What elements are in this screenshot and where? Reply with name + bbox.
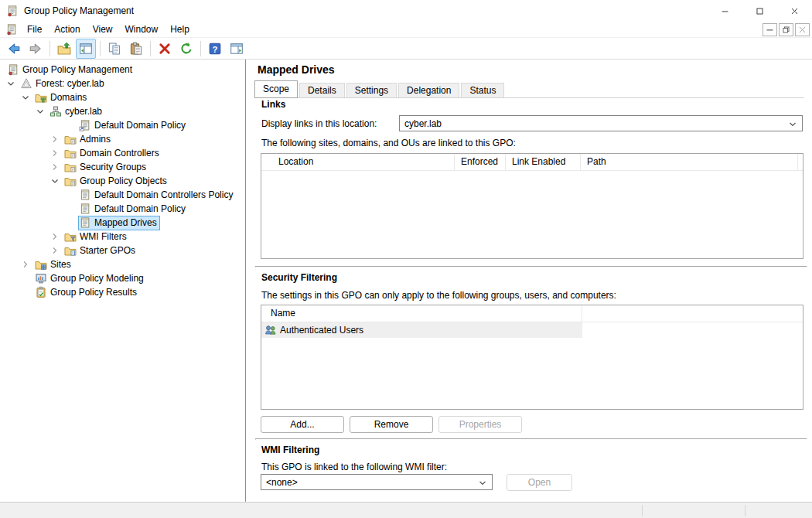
chevron-right-icon[interactable] (49, 147, 63, 159)
column-header-location[interactable]: Location (261, 154, 455, 170)
location-combobox[interactable]: cyber.lab (399, 115, 803, 131)
open-button[interactable]: Open (507, 474, 572, 491)
menu-item-action[interactable]: Action (48, 22, 86, 37)
menu-item-window[interactable]: Window (119, 22, 165, 37)
gpo-title: Mapped Drives (258, 63, 335, 76)
menu-item-view[interactable]: View (87, 22, 119, 37)
minimize-button[interactable] (708, 0, 742, 22)
tree-item-starter-gpos[interactable]: Starter GPOs (0, 244, 245, 257)
gpo-scroll-icon (79, 216, 91, 229)
tree-item-default-domain-policy[interactable]: Default Domain Policy (0, 202, 245, 216)
refresh-button[interactable] (176, 39, 196, 59)
show-console-tree-button[interactable] (76, 39, 96, 59)
status-bar-separator (642, 505, 643, 516)
chevron-right-icon[interactable] (49, 244, 63, 257)
tree-item-label: Admins (80, 134, 111, 145)
toolbar-separator (100, 41, 101, 56)
tree-item-domains[interactable]: Domains (0, 90, 245, 104)
tree-item-admins[interactable]: Admins (0, 132, 245, 146)
copy-button[interactable] (104, 39, 125, 59)
details-pane: Mapped Drives ScopeDetailsSettingsDelega… (249, 60, 812, 502)
up-one-level-button[interactable] (54, 39, 74, 59)
mdi-restore-button[interactable] (779, 23, 793, 36)
maximize-icon (756, 7, 764, 15)
add-button[interactable]: Add... (261, 416, 344, 433)
properties-button[interactable]: Properties (438, 416, 522, 433)
minimize-icon (766, 26, 774, 34)
refresh-icon (179, 42, 193, 56)
tree-item-default-domain-controllers-policy[interactable]: Default Domain Controllers Policy (0, 188, 245, 202)
title-bar: Group Policy Management (0, 0, 812, 22)
back-button[interactable] (4, 39, 24, 59)
delete-button[interactable] (155, 39, 175, 59)
tree-item-cyber-lab[interactable]: cyber.lab (0, 104, 245, 118)
tree-item-forest-cyber-lab[interactable]: Forest: cyber.lab (0, 77, 245, 90)
tab-status[interactable]: Status (461, 83, 504, 97)
tab-scope[interactable]: Scope (254, 80, 298, 98)
tree-item-group-policy-objects[interactable]: Group Policy Objects (0, 174, 245, 188)
close-icon (790, 7, 799, 15)
tree-item-domain-controllers[interactable]: Domain Controllers (0, 146, 245, 160)
links-table-intro: The following sites, domains, and OUs ar… (261, 138, 516, 148)
app-icon (6, 5, 19, 17)
tab-delegation[interactable]: Delegation (398, 83, 459, 97)
help-icon (208, 42, 222, 56)
chevron-down-icon[interactable] (49, 175, 63, 187)
column-header-name[interactable]: Name (261, 305, 582, 322)
security-filtering-table: Name Authenticated Users (261, 305, 803, 410)
gpmc-root-icon (7, 63, 19, 76)
tree-item-group-policy-management[interactable]: Group Policy Management (0, 63, 245, 77)
starter-folder-icon (64, 244, 77, 257)
help-button[interactable] (205, 39, 225, 59)
show-action-pane-icon (230, 42, 244, 56)
paste-button[interactable] (126, 39, 146, 59)
tab-settings[interactable]: Settings (346, 83, 397, 97)
tree-item-label: Security Groups (80, 162, 146, 172)
security-table-header: Name (261, 305, 803, 322)
chevron-down-icon[interactable] (5, 77, 19, 90)
maximize-button[interactable] (742, 0, 777, 22)
tree-item-group-policy-modeling[interactable]: Group Policy Modeling (0, 271, 245, 285)
forward-button[interactable] (26, 39, 46, 59)
tree-item-wmi-filters[interactable]: WMI Filters (0, 230, 245, 244)
users-group-icon (264, 324, 277, 336)
tree-item-sites[interactable]: Sites (0, 257, 245, 271)
toolbar-separator (200, 41, 201, 56)
column-header-enforced[interactable]: Enforced (455, 154, 506, 170)
status-bar (0, 502, 812, 518)
security-principal-row[interactable]: Authenticated Users (261, 322, 582, 338)
minimize-icon (721, 7, 729, 15)
show-action-pane-button[interactable] (227, 39, 247, 59)
mdi-minimize-button[interactable] (763, 23, 777, 36)
tree-item-label: Mapped Drives (94, 217, 157, 228)
up-one-level-icon (57, 42, 71, 56)
tree-item-mapped-drives[interactable]: Mapped Drives (0, 216, 245, 230)
toolbar-separator (150, 41, 151, 56)
wmi-filter-combobox[interactable]: <none> (261, 474, 493, 490)
mdi-close-button[interactable] (795, 23, 810, 36)
menu-item-file[interactable]: File (21, 22, 48, 37)
forest-icon (20, 77, 32, 90)
chevron-right-icon[interactable] (49, 230, 63, 243)
modeling-icon (35, 272, 47, 285)
menu-item-help[interactable]: Help (164, 22, 196, 37)
tree-item-security-groups[interactable]: Security Groups (0, 160, 245, 174)
ou-folder-icon (64, 147, 77, 159)
tree-item-group-policy-results[interactable]: Group Policy Results (0, 285, 245, 299)
column-header-path[interactable]: Path (581, 154, 798, 170)
chevron-right-icon[interactable] (49, 161, 63, 173)
console-tree-pane: Group Policy ManagementForest: cyber.lab… (0, 60, 246, 502)
chevron-right-icon[interactable] (19, 258, 34, 271)
close-button[interactable] (777, 0, 812, 22)
chevron-down-icon[interactable] (34, 105, 49, 118)
remove-button[interactable]: Remove (350, 416, 433, 433)
tab-details[interactable]: Details (299, 83, 345, 97)
column-header-link-enabled[interactable]: Link Enabled (506, 154, 581, 170)
chevron-down-icon[interactable] (19, 91, 34, 104)
wmi-filtering-intro: This GPO is linked to the following WMI … (261, 462, 447, 472)
tree-item-label: Group Policy Objects (80, 176, 167, 186)
chevron-right-icon[interactable] (49, 133, 63, 145)
tree-item-default-domain-policy[interactable]: Default Domain Policy (0, 118, 245, 132)
location-combobox-value: cyber.lab (404, 118, 442, 129)
security-principal-label: Authenticated Users (280, 325, 363, 336)
